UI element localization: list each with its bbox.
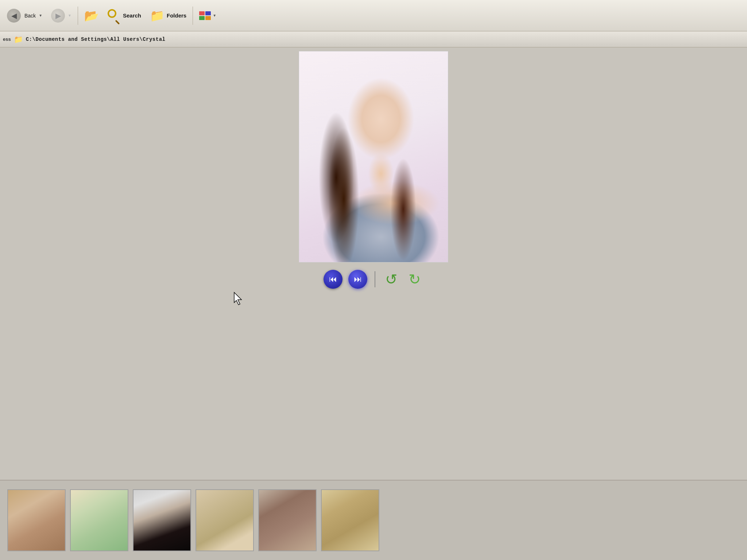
views-grid-cell-3: [199, 16, 205, 20]
address-path[interactable]: C:\Documents and Settings\All Users\Crys…: [26, 36, 166, 42]
forward-dropdown-icon[interactable]: ▼: [68, 13, 71, 18]
views-grid-icon: [199, 11, 211, 20]
toolbar-separator-2: [193, 7, 193, 25]
thumbnail-3[interactable]: [133, 489, 191, 551]
thumbnail-4[interactable]: [196, 489, 254, 551]
photo-image: [299, 51, 448, 262]
search-label: Search: [123, 12, 141, 19]
playback-controls: ⏮ ⏭ ↺ ↻: [324, 270, 423, 289]
folder-open-button[interactable]: 📂: [80, 5, 103, 27]
views-grid-cell-1: [199, 11, 205, 15]
next-button[interactable]: ⏭: [348, 270, 367, 289]
thumbnail-6[interactable]: [321, 489, 379, 551]
photo-viewer: [299, 51, 448, 262]
views-button[interactable]: ▼: [195, 5, 220, 27]
rotate-cw-icon: ↻: [409, 272, 421, 287]
address-partial-label: ess: [3, 36, 11, 42]
prev-icon: ⏮: [329, 275, 337, 284]
prev-button[interactable]: ⏮: [324, 270, 342, 289]
folders-label: Folders: [167, 12, 186, 19]
folders-icon: 📁: [150, 9, 165, 23]
back-dropdown-icon[interactable]: ▼: [39, 13, 42, 18]
thumbnail-1[interactable]: [7, 489, 66, 551]
address-folder-icon: 📁: [14, 35, 23, 44]
search-icon: [108, 9, 121, 22]
address-bar: ess 📁 C:\Documents and Settings\All User…: [0, 31, 747, 47]
back-button[interactable]: ◀ Back ▼: [3, 5, 46, 27]
views-dropdown-icon[interactable]: ▼: [213, 13, 216, 18]
views-grid-cell-4: [205, 16, 211, 20]
rotate-cw-button[interactable]: ↻: [406, 271, 423, 288]
forward-arrow-icon: ▶: [51, 9, 65, 23]
next-icon: ⏭: [354, 275, 362, 284]
main-content: ⏮ ⏭ ↺ ↻: [0, 47, 747, 480]
toolbar-separator-1: [78, 7, 78, 25]
toolbar: ◀ Back ▼ ▶ ▼ 📂 Search 📁 Folders ▼: [0, 0, 747, 31]
thumbnail-strip: [0, 480, 747, 560]
folders-button[interactable]: 📁 Folders: [146, 5, 190, 27]
forward-button[interactable]: ▶ ▼: [47, 5, 76, 27]
views-grid-cell-2: [205, 11, 211, 15]
thumbnail-5[interactable]: [258, 489, 317, 551]
rotate-ccw-icon: ↺: [385, 272, 398, 287]
back-arrow-icon: ◀: [7, 9, 21, 23]
folder-open-icon: 📂: [84, 9, 99, 23]
search-button[interactable]: Search: [104, 5, 145, 27]
back-label: Back: [24, 13, 36, 19]
rotate-ccw-button[interactable]: ↺: [383, 271, 400, 288]
thumbnail-2[interactable]: [70, 489, 128, 551]
controls-separator: [375, 271, 375, 287]
